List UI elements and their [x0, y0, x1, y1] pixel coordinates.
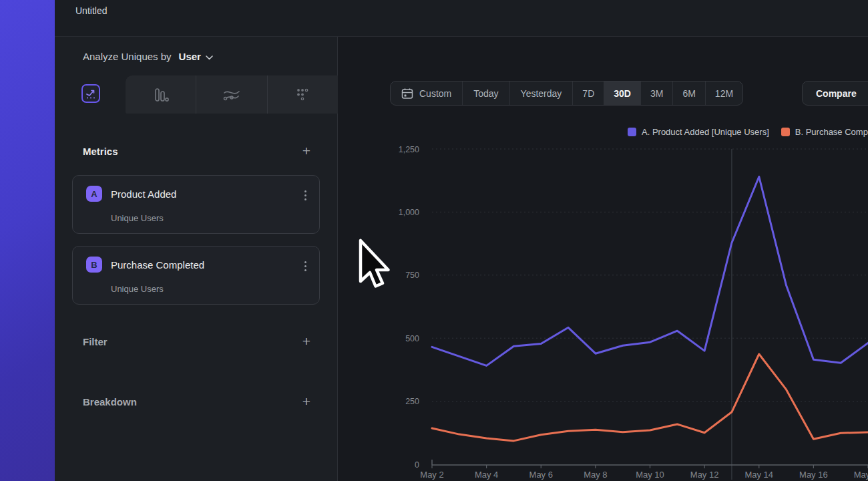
kebab-menu-icon[interactable] — [304, 190, 306, 200]
range-button-12m[interactable]: 12M — [705, 82, 742, 105]
range-button-custom[interactable]: Custom — [391, 82, 462, 105]
range-label: Custom — [419, 88, 451, 99]
report-title[interactable]: Untitled — [75, 5, 107, 16]
segmentation-grid-icon — [295, 88, 310, 102]
tab-flows[interactable] — [196, 75, 266, 114]
metric-measure[interactable]: Unique Users — [111, 284, 164, 294]
metrics-section-header: Metrics + — [83, 145, 310, 157]
chevron-down-icon[interactable] — [206, 51, 213, 62]
breakdown-title: Breakdown — [83, 396, 137, 408]
funnel-bars-icon — [152, 87, 170, 103]
metric-badge-a: A — [86, 186, 102, 202]
x-tick-label: May 10 — [636, 470, 664, 480]
line-chart-icon — [85, 88, 97, 100]
filter-section-header: Filter + — [83, 335, 310, 347]
flows-icon — [222, 88, 241, 102]
metric-card-b[interactable]: B Purchase Completed Unique Users — [72, 246, 320, 305]
query-sidebar: Analyze Uniques by User — [55, 37, 338, 481]
x-tick-label: May 16 — [799, 470, 828, 480]
tab-funnel[interactable] — [126, 75, 196, 114]
breakdown-section-header: Breakdown + — [83, 395, 310, 408]
range-label: Yesterday — [521, 88, 562, 99]
chart-type-tabbar — [126, 75, 338, 114]
filter-title: Filter — [83, 336, 107, 347]
desktop-gradient-strip — [0, 0, 55, 481]
chart-legend: A. Product Added [Unique Users]B. Purcha… — [628, 127, 868, 137]
tab-segmentation[interactable] — [267, 75, 338, 114]
top-bar: Untitled — [55, 0, 868, 37]
chart-line-a[interactable] — [432, 177, 868, 366]
compare-button[interactable]: Compare — [802, 81, 868, 106]
legend-item[interactable]: B. Purchase Completed [Unique Users] — [781, 127, 868, 137]
range-button-30d[interactable]: 30D — [604, 82, 640, 105]
y-tick-label: 250 — [405, 397, 419, 406]
legend-item[interactable]: A. Product Added [Unique Users] — [628, 127, 769, 137]
x-tick-label: May 12 — [690, 470, 719, 480]
legend-label: B. Purchase Completed [Unique Users] — [795, 127, 868, 137]
range-button-yesterday[interactable]: Yesterday — [509, 82, 573, 105]
app-window: Untitled Analyze Uniques by User — [0, 0, 868, 481]
range-button-3m[interactable]: 3M — [640, 82, 672, 105]
analyze-label: Analyze Uniques by — [83, 51, 172, 62]
chart-line-b[interactable] — [432, 354, 868, 441]
metric-badge-b: B — [86, 257, 102, 273]
metric-measure[interactable]: Unique Users — [111, 213, 164, 223]
y-tick-label: 750 — [405, 271, 419, 280]
range-label: 6M — [682, 88, 695, 99]
metrics-title: Metrics — [83, 146, 118, 157]
legend-label: A. Product Added [Unique Users] — [642, 127, 769, 137]
calendar-icon — [401, 88, 413, 100]
compare-label: Compare — [816, 88, 857, 99]
tab-insights-line-chart[interactable] — [81, 84, 100, 103]
y-tick-label: 1,250 — [399, 145, 419, 154]
metric-card-a[interactable]: A Product Added Unique Users — [72, 175, 320, 234]
x-tick-label: May 14 — [744, 470, 773, 480]
analyze-uniques-row: Analyze Uniques by User — [83, 50, 213, 62]
range-label: 30D — [614, 88, 631, 99]
add-filter-button[interactable]: + — [302, 335, 310, 347]
add-metric-button[interactable]: + — [302, 145, 310, 157]
range-label: 7D — [582, 88, 594, 99]
range-button-6m[interactable]: 6M — [672, 82, 704, 105]
y-tick-label: 0 — [415, 460, 419, 470]
chart-panel: CustomTodayYesterday7D30D3M6M12M Compare… — [338, 37, 868, 481]
range-label: 3M — [650, 88, 663, 99]
x-tick-label: May 4 — [475, 470, 498, 480]
y-tick-label: 1,000 — [399, 208, 419, 217]
range-label: Today — [473, 88, 498, 99]
line-chart[interactable]: 02505007501,0001,250May 2May 4May 6May 8… — [387, 140, 868, 481]
x-tick-label: May 18 — [854, 470, 868, 480]
range-label: 12M — [715, 88, 733, 99]
date-range-segmented-control: CustomTodayYesterday7D30D3M6M12M — [390, 81, 743, 106]
range-button-7d[interactable]: 7D — [572, 82, 604, 105]
metric-name: Purchase Completed — [111, 259, 204, 271]
legend-swatch — [781, 128, 790, 136]
add-breakdown-button[interactable]: + — [302, 395, 310, 408]
legend-swatch — [628, 128, 636, 136]
x-tick-label: May 8 — [584, 470, 607, 480]
metric-name: Product Added — [111, 188, 176, 200]
x-tick-label: May 6 — [529, 470, 553, 480]
x-tick-label: May 2 — [420, 470, 443, 480]
y-tick-label: 500 — [405, 334, 419, 343]
analyze-by-dropdown[interactable]: User — [179, 51, 201, 62]
kebab-menu-icon[interactable] — [304, 261, 306, 271]
range-button-today[interactable]: Today — [462, 82, 509, 105]
